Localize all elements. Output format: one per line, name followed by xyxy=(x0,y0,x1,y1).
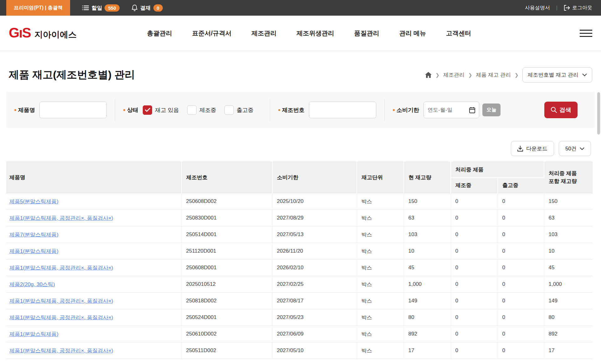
cell-making: 0 xyxy=(451,326,498,342)
hamburger-menu-icon[interactable] xyxy=(580,28,592,39)
product-link[interactable]: 제품5(분말스틱제품) xyxy=(9,199,59,205)
cell-unit: 박스 xyxy=(357,309,404,326)
nav-item-quality[interactable]: 품질관리 xyxy=(354,29,379,38)
product-link[interactable]: 제품1(분말스틱제품) xyxy=(9,248,59,254)
breadcrumb-select-value: 제조번호별 재고 관리 xyxy=(528,71,578,78)
chevron-down-icon xyxy=(580,147,584,150)
cell-making: 0 xyxy=(451,260,498,276)
status-option-in-stock[interactable]: 재고 있음 xyxy=(143,105,179,115)
table-row: 제품1(분말스틱제품, 공정관리×, 품질검사×)250830D0012027/… xyxy=(6,210,593,226)
breadcrumb-separator: ❯ xyxy=(515,72,519,78)
logout-link[interactable]: 로그아웃 xyxy=(564,5,592,11)
status-option-making[interactable]: 제조중 xyxy=(187,105,216,115)
approval-menu[interactable]: 결재 0 xyxy=(131,4,163,12)
cell-expiry: 2027/08/29 xyxy=(272,210,357,226)
product-link[interactable]: 제품1(분말스틱제품) xyxy=(9,331,59,337)
todo-menu[interactable]: 할일 550 xyxy=(82,4,119,12)
product-link[interactable]: 제품1(분말스틱제품, 공정관리×, 품질검사×) xyxy=(9,215,113,221)
filter-lot-number: 제조번호 xyxy=(270,99,384,121)
nav-item-support[interactable]: 고객센터 xyxy=(446,29,471,38)
col-header-total-line2: 포함 재고량 xyxy=(549,178,588,185)
cell-unit: 박스 xyxy=(357,243,404,260)
cell-total: 63 xyxy=(544,210,593,226)
page-size-value: 50건 xyxy=(565,145,577,152)
home-icon[interactable] xyxy=(425,72,432,78)
breadcrumb-item[interactable]: 제조관리 xyxy=(443,71,465,78)
cell-making: 0 xyxy=(451,309,498,326)
download-button[interactable]: 다운로드 xyxy=(511,141,554,156)
cell-stock: 1,000 xyxy=(404,276,451,293)
cell-making: 0 xyxy=(451,276,498,293)
search-button[interactable]: 검색 xyxy=(544,102,578,118)
status-checkbox[interactable] xyxy=(187,105,197,115)
col-header-product-name: 제품명 xyxy=(6,162,182,193)
nav-item-hygiene[interactable]: 제조위생관리 xyxy=(296,29,334,38)
scrollbar-thumb[interactable] xyxy=(597,92,600,134)
cell-expiry: 2027/06/09 xyxy=(272,326,357,342)
nav-item-standards[interactable]: 표준서/규격서 xyxy=(192,29,232,38)
cell-product-name: 제품1(분말스틱제품, 공정관리×, 품질검사×) xyxy=(6,260,182,276)
cell-expiry: 2027/05/23 xyxy=(272,309,357,326)
cell-product-name: 제품7(분말스틱제품) xyxy=(6,226,182,243)
product-link[interactable]: 제품1(분말스틱제품, 공정관리×, 품질검사×) xyxy=(9,298,113,304)
cell-unit: 박스 xyxy=(357,226,404,243)
plan-badge[interactable]: 프리미엄(PT) | 총괄책 xyxy=(6,0,70,16)
expiry-label: 소비기한 xyxy=(397,106,419,114)
lot-number-input[interactable] xyxy=(309,102,376,118)
approval-count-badge: 0 xyxy=(153,4,163,12)
expiry-date-input[interactable]: 연도-월-일 xyxy=(424,102,479,118)
logout-icon xyxy=(564,5,570,11)
cell-total: 103 xyxy=(544,226,593,243)
filter-product-name: 제품명 xyxy=(6,99,115,121)
product-link[interactable]: 제품1(분말스틱제품, 공정관리×, 품질검사×) xyxy=(9,315,113,321)
site-logo[interactable]: GıS 지아이에스 xyxy=(9,26,77,40)
cell-unit: 박스 xyxy=(357,276,404,293)
cell-product-name: 제품1(분말스틱제품, 공정관리×, 품질검사×) xyxy=(6,309,182,326)
table-row: 제품2(20g, 30스틱)20250105122027/02/25박스1,00… xyxy=(6,276,593,293)
checkbox-label: 출고중 xyxy=(237,106,254,114)
cell-product-name: 제품1(분말스틱제품, 공정관리×, 품질검사×) xyxy=(6,210,182,226)
checkbox-label: 제조중 xyxy=(199,106,216,114)
page-size-select[interactable]: 50건 xyxy=(559,141,591,156)
status-checkbox[interactable] xyxy=(224,105,234,115)
cell-expiry: 2027/02/25 xyxy=(272,276,357,293)
product-name-input[interactable] xyxy=(39,102,107,118)
table-row: 제품7(분말스틱제품)250514D0012027/05/13박스1030010… xyxy=(6,226,593,243)
table-row: 제품1(분말스틱제품)250610D0022027/06/09박스8920089… xyxy=(6,326,593,342)
cell-unit: 박스 xyxy=(357,193,404,210)
cell-shipping: 0 xyxy=(498,210,544,226)
product-link[interactable]: 제품1(분말스틱제품, 공정관리×, 품질검사×) xyxy=(9,265,113,271)
nav-item-admin[interactable]: 관리 메뉴 xyxy=(399,29,426,38)
breadcrumb: ❯ 제조관리 ❯ 제품 재고 관리 ❯ 제조번호별 재고 관리 xyxy=(425,67,592,83)
checkbox-label: 재고 있음 xyxy=(155,106,179,114)
search-icon xyxy=(551,107,557,113)
cell-making: 0 xyxy=(451,226,498,243)
cell-stock: 80 xyxy=(404,309,451,326)
cell-stock: 892 xyxy=(404,326,451,342)
product-link[interactable]: 제품7(분말스틱제품) xyxy=(9,232,59,238)
product-link[interactable]: 제품1(분말스틱제품, 공정관리×, 품질검사×) xyxy=(9,348,113,354)
cell-total: 45 xyxy=(544,260,593,276)
cell-total: 17 xyxy=(544,342,593,359)
cell-shipping: 0 xyxy=(498,342,544,359)
calendar-icon[interactable] xyxy=(469,107,475,113)
topbar-divider: | xyxy=(556,5,557,11)
todo-label: 할일 xyxy=(91,4,102,12)
cell-lot: 250608D001 xyxy=(182,260,272,276)
breadcrumb-item[interactable]: 제품 재고 관리 xyxy=(476,71,511,78)
manual-link[interactable]: 사용설명서 xyxy=(525,5,550,11)
breadcrumb-page-select[interactable]: 제조번호별 재고 관리 xyxy=(522,67,592,83)
status-option-shipping[interactable]: 출고중 xyxy=(224,105,254,115)
col-header-expiry: 소비기한 xyxy=(272,162,357,193)
today-button[interactable]: 오늘 xyxy=(482,104,501,116)
cell-product-name: 제품1(분말스틱제품) xyxy=(6,326,182,342)
col-header-stock: 현 재고량 xyxy=(404,162,451,193)
status-checkbox[interactable] xyxy=(143,105,152,115)
nav-item-manufacturing[interactable]: 제조관리 xyxy=(251,29,276,38)
bell-icon xyxy=(131,4,138,11)
cell-shipping: 0 xyxy=(498,243,544,260)
cell-stock: 17 xyxy=(404,342,451,359)
nav-item-general[interactable]: 총괄관리 xyxy=(147,29,172,38)
product-link[interactable]: 제품2(20g, 30스틱) xyxy=(9,281,55,287)
main-nav: 총괄관리 표준서/규격서 제조관리 제조위생관리 품질관리 관리 메뉴 고객센터 xyxy=(147,29,471,38)
